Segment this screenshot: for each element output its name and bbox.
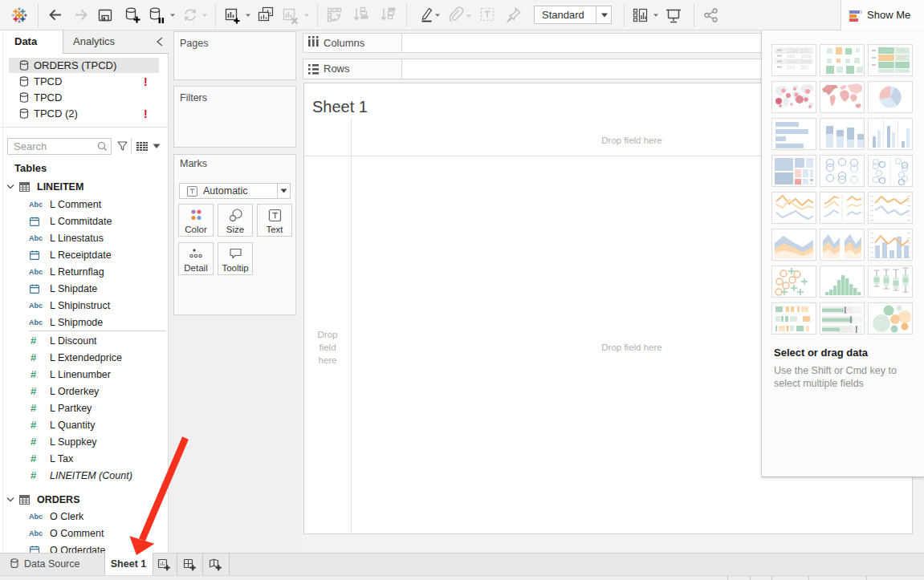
svg-text:3004: 3004 [800, 54, 812, 59]
svg-text:2500: 2500 [881, 63, 890, 67]
svg-text:756: 756 [881, 55, 888, 60]
svg-text:820: 820 [898, 55, 905, 60]
svg-text:2859: 2859 [800, 59, 812, 64]
svg-text:2020: 2020 [787, 59, 798, 64]
svg-text:302: 302 [800, 65, 809, 70]
svg-text:570: 570 [787, 65, 796, 70]
svg-text:10500: 10500 [898, 63, 910, 67]
svg-text:123: 123 [881, 48, 888, 53]
svg-text:1234: 1234 [787, 48, 798, 53]
svg-text:570: 570 [800, 48, 809, 53]
svg-text:350: 350 [787, 54, 796, 59]
svg-text:540: 540 [898, 48, 905, 53]
